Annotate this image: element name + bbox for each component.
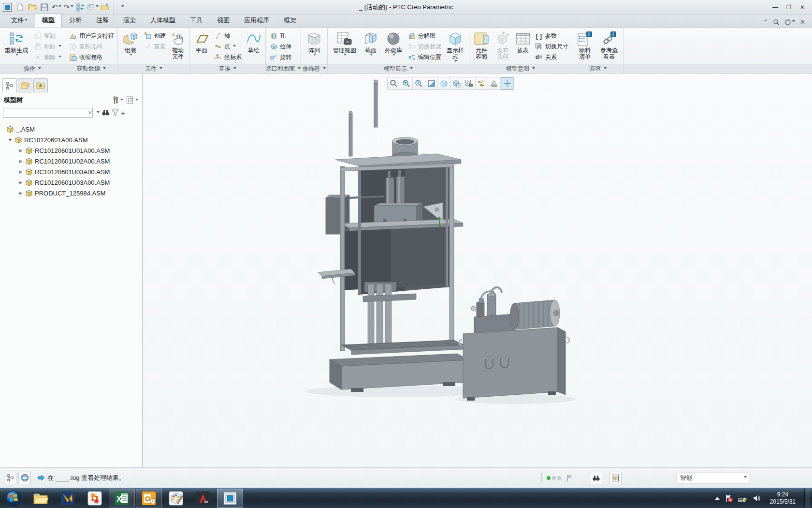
tree-item-sub2[interactable]: ▶ RC10120601U02A00.ASM: [0, 156, 142, 166]
copy-geometry-button[interactable]: 复制几何: [67, 42, 116, 52]
tab-analysis[interactable]: 分析: [62, 13, 89, 28]
taskbar-app-excel[interactable]: X: [109, 489, 135, 508]
regenerate-button[interactable]: 重新生成: [2, 29, 31, 64]
restore-button[interactable]: ❐: [782, 2, 796, 12]
expand-arrow-icon[interactable]: ▶: [18, 148, 23, 153]
navigator-tab-model-tree[interactable]: [2, 78, 17, 92]
tab-render[interactable]: 渲染: [116, 13, 143, 28]
close-button[interactable]: ✕: [796, 2, 809, 12]
bom-button[interactable]: i 物料清单: [574, 29, 595, 64]
axis-button[interactable]: 轴: [212, 31, 243, 41]
tab-manikin[interactable]: 人体模型: [143, 13, 183, 28]
app-window-icon[interactable]: [3, 3, 12, 12]
toggle-navigator-button[interactable]: [4, 472, 16, 484]
group-label-cuts-surfaces[interactable]: 切口和曲面: [266, 64, 301, 73]
tab-framework[interactable]: 框架: [276, 13, 304, 28]
tab-tools[interactable]: 工具: [183, 13, 210, 28]
graphics-viewport[interactable]: [143, 74, 812, 467]
collapse-ribbon-button[interactable]: ⌃: [763, 18, 768, 26]
close-ribbon-button[interactable]: ✕: [800, 18, 805, 26]
regenerate-manager-button[interactable]: [75, 2, 87, 13]
windows-button[interactable]: [87, 2, 99, 13]
sketch-button[interactable]: 草绘: [244, 29, 263, 64]
tree-item-sub5[interactable]: ▶ PRODUCT_125984.ASM: [0, 188, 142, 198]
tree-item-sub4[interactable]: ▶ RC10120601U03A00.ASM: [0, 177, 142, 188]
paste-button[interactable]: 粘贴: [32, 42, 63, 52]
taskbar-app-photo-viewer[interactable]: [82, 489, 108, 508]
taskbar-app-explorer[interactable]: [28, 489, 54, 508]
taskbar-app-outlook[interactable]: O: [136, 489, 162, 508]
network-warning-icon[interactable]: !: [738, 494, 748, 503]
minimize-button[interactable]: —: [768, 2, 782, 12]
appearance-gallery-button[interactable]: 外观库: [382, 29, 405, 64]
show-desktop-button[interactable]: [804, 489, 810, 508]
command-search-button[interactable]: [773, 19, 780, 26]
taskbar-app-file-manager[interactable]: [55, 489, 81, 508]
publish-geometry-button[interactable]: 发布几何: [493, 29, 513, 64]
assemble-button[interactable]: 组装: [120, 29, 141, 64]
revolve-button[interactable]: 旋转: [268, 52, 293, 62]
toggle-browser-button[interactable]: [18, 472, 31, 484]
undo-button[interactable]: ↶: [51, 2, 62, 13]
tab-view[interactable]: 视图: [210, 13, 237, 28]
group-label-model-intent[interactable]: 模型意图: [469, 64, 572, 73]
flag-icon[interactable]: [566, 474, 573, 482]
group-label-component[interactable]: 元件: [118, 64, 189, 73]
tray-clock[interactable]: 9:24 2015/5/31: [766, 491, 799, 506]
taskbar-app-autocad[interactable]: [190, 489, 216, 508]
drag-components-button[interactable]: 拖动元件: [168, 29, 188, 64]
filter-funnel-icon[interactable]: [112, 109, 119, 116]
delete-button[interactable]: ✕ 删除: [32, 52, 63, 62]
find-button[interactable]: [590, 472, 602, 484]
pattern-button[interactable]: 阵列: [303, 29, 325, 64]
udf-button[interactable]: 用户定义特征: [67, 31, 116, 41]
selection-filter-dropdown[interactable]: 智能: [677, 473, 750, 483]
hole-button[interactable]: 孔: [268, 31, 293, 41]
navigator-tab-favorites[interactable]: [33, 78, 48, 92]
tree-item-root[interactable]: _.ASM: [0, 124, 142, 134]
family-table-button[interactable]: 族表: [514, 29, 532, 64]
component-interface-button[interactable]: 元件界面: [471, 29, 492, 64]
expand-arrow-icon[interactable]: ▶: [18, 169, 23, 174]
taskbar-app-paint[interactable]: [163, 489, 189, 508]
group-label-investigate[interactable]: 调查: [572, 64, 624, 73]
tab-applications[interactable]: 应用程序: [237, 13, 276, 28]
volume-icon[interactable]: [753, 494, 761, 503]
3d-model-machine[interactable]: [303, 76, 583, 410]
redo-button[interactable]: ↷: [63, 2, 74, 13]
group-label-model-display[interactable]: 模型显示: [328, 64, 469, 73]
show-hidden-icons-button[interactable]: [715, 494, 720, 500]
group-label-datum[interactable]: 基准: [190, 64, 265, 73]
tab-annotate[interactable]: 注释: [89, 13, 116, 28]
sections-button[interactable]: 截面: [361, 29, 381, 64]
open-button[interactable]: [27, 2, 38, 13]
tree-tools-button[interactable]: [111, 96, 123, 104]
shrinkwrap-button[interactable]: 收缩包络: [67, 52, 116, 62]
copy-button[interactable]: 复制: [32, 31, 63, 41]
point-button[interactable]: 点: [212, 42, 243, 52]
plane-button[interactable]: 平面: [192, 29, 211, 64]
collapse-arrow-icon[interactable]: ▼: [8, 137, 13, 142]
tree-item-sub3[interactable]: ▶ RC10120601U03A00.ASM: [0, 166, 142, 177]
create-component-button[interactable]: 创建: [142, 31, 167, 41]
close-window-button[interactable]: [99, 2, 111, 13]
tab-file[interactable]: 文件: [4, 13, 35, 28]
tree-search-input[interactable]: [3, 108, 93, 118]
tab-model[interactable]: 模型: [35, 13, 62, 28]
start-button[interactable]: [0, 489, 27, 508]
parameters-button[interactable]: [ ] 参数: [533, 31, 570, 41]
expand-search-icon[interactable]: +: [121, 109, 125, 117]
tree-item-assembly[interactable]: ▼ RC10120601A00.ASM: [0, 134, 142, 145]
chevron-down-icon[interactable]: [97, 111, 100, 115]
new-file-button[interactable]: [14, 2, 26, 13]
display-style-button[interactable]: 显示样式: [444, 29, 467, 64]
save-button[interactable]: [39, 2, 50, 13]
manage-views-button[interactable]: 管理视图: [330, 29, 360, 64]
expand-arrow-icon[interactable]: ▶: [18, 180, 23, 185]
clear-search-icon[interactable]: ✕: [86, 110, 94, 116]
expand-arrow-icon[interactable]: ▶: [18, 159, 23, 164]
extrude-button[interactable]: 拉伸: [268, 42, 293, 52]
tree-settings-button[interactable]: [126, 96, 138, 104]
action-center-flag-icon[interactable]: [725, 494, 733, 503]
switch-dimensions-button[interactable]: 15x 切换尺寸: [533, 42, 570, 52]
